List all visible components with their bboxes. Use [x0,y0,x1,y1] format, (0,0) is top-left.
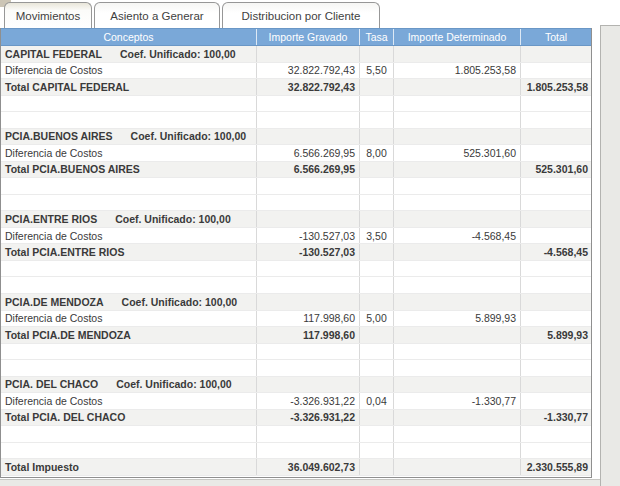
group-coef-label: Coef. Unificado: 100,00 [131,130,247,142]
column-header-total[interactable]: Total [521,29,591,45]
table-row-total[interactable]: Total CAPITAL FEDERAL32.822.792,431.805.… [1,79,591,96]
cell-importe-gravado [257,129,360,145]
table-body: CAPITAL FEDERALCoef. Unificado: 100,00Di… [1,46,591,476]
cell-tasa [360,112,394,128]
cell-importe-determinado [394,211,521,227]
cell-conceptos: PCIA.DE MENDOZACoef. Unificado: 100,00 [1,294,257,310]
group-name: PCIA.ENTRE RIOS [5,213,97,225]
group-name: CAPITAL FEDERAL [5,48,102,60]
cell-importe-determinado [394,261,521,277]
cell-total: -4.568,45 [521,244,591,260]
cell-tasa [360,277,394,293]
table-row-detail[interactable]: Diferencia de Costos32.822.792,435,501.8… [1,63,591,80]
cell-conceptos [1,195,257,211]
cell-importe-gravado [257,112,360,128]
cell-importe-determinado: 5.899,93 [394,311,521,327]
table-row-empty[interactable] [1,443,591,460]
cell-total [521,112,591,128]
cell-importe-gravado: -130.527,03 [257,244,360,260]
cell-tasa [360,244,394,260]
cell-total: 1.805.253,58 [521,79,591,95]
table-row-total[interactable]: Total PCIA.BUENOS AIRES6.566.269,95525.3… [1,162,591,179]
cell-tasa [360,443,394,459]
cell-tasa [360,410,394,426]
table-row-detail[interactable]: Diferencia de Costos6.566.269,958,00525.… [1,145,591,162]
table-row-group[interactable]: PCIA.BUENOS AIRESCoef. Unificado: 100,00 [1,129,591,146]
column-header-importe-gravado[interactable]: Importe Gravado [257,29,360,45]
cell-importe-gravado [257,178,360,194]
cell-tasa [360,360,394,376]
column-header-importe-determinado[interactable]: Importe Determinado [394,29,521,45]
cell-conceptos: Diferencia de Costos [1,228,257,244]
table-row-empty[interactable] [1,178,591,195]
table-row-group[interactable]: CAPITAL FEDERALCoef. Unificado: 100,00 [1,46,591,63]
table-row-empty[interactable] [1,426,591,443]
table-row-empty[interactable] [1,261,591,278]
table-row-empty[interactable] [1,96,591,113]
table-row-empty[interactable] [1,195,591,212]
group-name: PCIA.BUENOS AIRES [5,130,113,142]
cell-conceptos [1,426,257,442]
cell-conceptos: Total PCIA. DEL CHACO [1,410,257,426]
cell-importe-determinado: 525.301,60 [394,145,521,161]
cell-conceptos [1,277,257,293]
column-header-tasa[interactable]: Tasa [360,29,394,45]
cell-importe-determinado [394,459,521,475]
table-row-detail[interactable]: Diferencia de Costos-130.527,033,50-4.56… [1,228,591,245]
app-window: MovimientosAsiento a GenerarDistribucion… [0,0,620,486]
column-header-conceptos[interactable]: Conceptos [1,29,257,45]
tab-distribucion-por-cliente[interactable]: Distribucion por Cliente [222,2,380,28]
cell-tasa: 3,50 [360,228,394,244]
table-row-total[interactable]: Total PCIA.DE MENDOZA117.998,605.899,93 [1,327,591,344]
cell-total [521,311,591,327]
cell-importe-gravado [257,46,360,62]
table-row-group[interactable]: PCIA.ENTRE RIOSCoef. Unificado: 100,00 [1,211,591,228]
table-row-grand[interactable]: Total Impuesto36.049.602,732.330.555,89 [1,459,591,476]
cell-total [521,393,591,409]
cell-importe-determinado: -1.330,77 [394,393,521,409]
table-row-group[interactable]: PCIA. DEL CHACOCoef. Unificado: 100,00 [1,377,591,394]
table-header-row: ConceptosImporte GravadoTasaImporte Dete… [1,28,591,46]
cell-conceptos [1,96,257,112]
table-row-group[interactable]: PCIA.DE MENDOZACoef. Unificado: 100,00 [1,294,591,311]
cell-tasa: 8,00 [360,145,394,161]
cell-importe-determinado [394,426,521,442]
tab-movimientos[interactable]: Movimientos [4,2,92,28]
table-row-empty[interactable] [1,277,591,294]
cell-total [521,129,591,145]
cell-importe-determinado [394,96,521,112]
cell-importe-determinado [394,443,521,459]
cell-importe-gravado [257,294,360,310]
table-row-detail[interactable]: Diferencia de Costos-3.326.931,220,04-1.… [1,393,591,410]
cell-importe-determinado [394,244,521,260]
table-row-total[interactable]: Total PCIA.ENTRE RIOS-130.527,03-4.568,4… [1,244,591,261]
table-row-empty[interactable] [1,344,591,361]
table-row-empty[interactable] [1,360,591,377]
cell-tasa [360,426,394,442]
cell-conceptos: PCIA.BUENOS AIRESCoef. Unificado: 100,00 [1,129,257,145]
table-row-detail[interactable]: Diferencia de Costos117.998,605,005.899,… [1,311,591,328]
cell-conceptos [1,112,257,128]
cell-importe-determinado: 1.805.253,58 [394,63,521,79]
cell-tasa [360,178,394,194]
table-row-empty[interactable] [1,112,591,129]
right-background-panel [600,25,620,486]
group-name: PCIA.DE MENDOZA [5,296,104,308]
cell-tasa [360,377,394,393]
cell-total: -1.330,77 [521,410,591,426]
cell-total [521,344,591,360]
cell-total: 5.899,93 [521,327,591,343]
cell-importe-gravado: 117.998,60 [257,327,360,343]
cell-total [521,228,591,244]
cell-tasa: 5,00 [360,311,394,327]
cell-total [521,261,591,277]
cell-total [521,426,591,442]
table-row-total[interactable]: Total PCIA. DEL CHACO-3.326.931,22-1.330… [1,410,591,427]
cell-importe-gravado: 117.998,60 [257,311,360,327]
tab-asiento-a-generar[interactable]: Asiento a Generar [94,2,220,28]
cell-total: 525.301,60 [521,162,591,178]
cell-importe-determinado [394,410,521,426]
cell-importe-determinado [394,377,521,393]
cell-total [521,195,591,211]
cell-importe-gravado [257,96,360,112]
